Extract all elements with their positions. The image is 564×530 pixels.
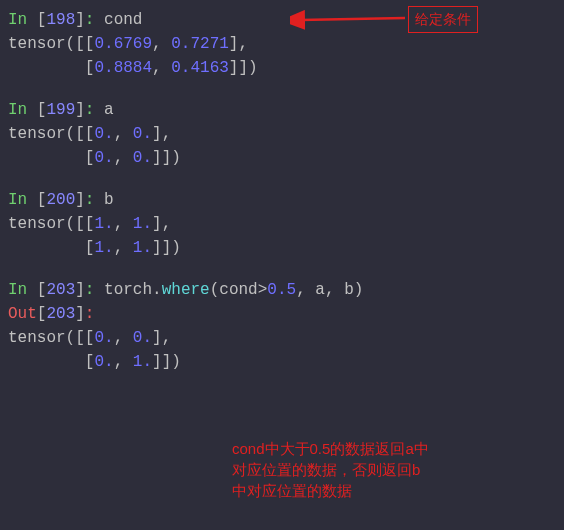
output-line: tensor([[0., 0.], (8, 122, 556, 146)
input-line: In [199]: a (8, 98, 556, 122)
cell-203: In [203]: torch.where(cond>0.5, a, b) Ou… (8, 278, 556, 374)
output-line: [0., 1.]]) (8, 350, 556, 374)
input-line: In [200]: b (8, 188, 556, 212)
annotation-top-text: 给定条件 (415, 11, 471, 27)
annotation-line-3: 中对应位置的数据 (232, 480, 429, 501)
cell-index: 198 (46, 11, 75, 29)
method-name: where (162, 281, 210, 299)
input-line: In [203]: torch.where(cond>0.5, a, b) (8, 278, 556, 302)
in-prompt: In (8, 101, 37, 119)
output-line: [0.8884, 0.4163]]) (8, 56, 556, 80)
output-line: tensor([[0.6769, 0.7271], (8, 32, 556, 56)
in-prompt: In (8, 11, 37, 29)
input-expression: a (104, 101, 114, 119)
output-line: [1., 1.]]) (8, 236, 556, 260)
cell-200: In [200]: b tensor([[1., 1.], [1., 1.]]) (8, 188, 556, 260)
input-expression: cond (104, 11, 142, 29)
annotation-line-1: cond中大于0.5的数据返回a中 (232, 438, 429, 459)
cell-index: 200 (46, 191, 75, 209)
output-line: tensor([[1., 1.], (8, 212, 556, 236)
out-prompt: Out (8, 305, 37, 323)
in-prompt: In (8, 281, 37, 299)
annotation-bottom: cond中大于0.5的数据返回a中 对应位置的数据，否则返回b 中对应位置的数据 (232, 438, 429, 501)
output-line: tensor([[0., 0.], (8, 326, 556, 350)
cell-index: 203 (46, 281, 75, 299)
in-prompt: In (8, 191, 37, 209)
annotation-top: 给定条件 (408, 6, 478, 33)
annotation-line-2: 对应位置的数据，否则返回b (232, 459, 429, 480)
input-expression: b (104, 191, 114, 209)
output-line: [0., 0.]]) (8, 146, 556, 170)
out-prompt-line: Out[203]: (8, 302, 556, 326)
cell-index: 199 (46, 101, 75, 119)
cell-199: In [199]: a tensor([[0., 0.], [0., 0.]]) (8, 98, 556, 170)
